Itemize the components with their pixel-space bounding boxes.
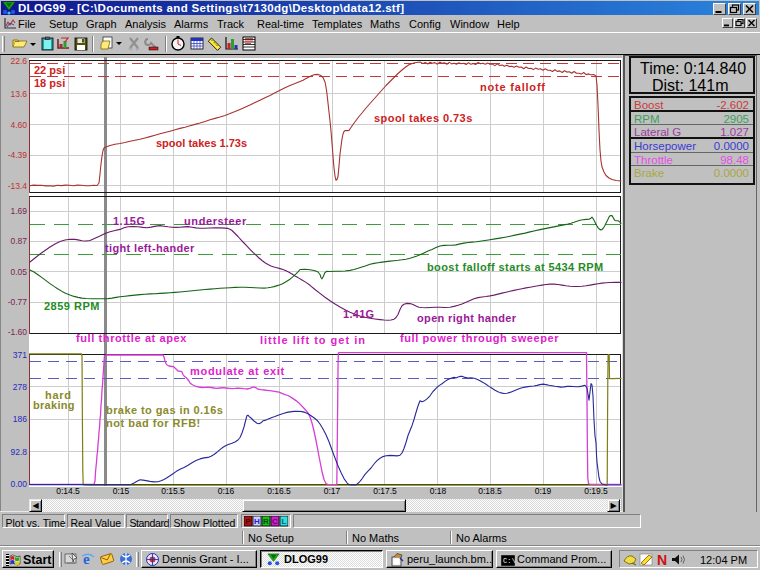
svg-text:H: H	[254, 517, 260, 526]
svg-text:C:\: C:\	[503, 557, 515, 565]
svg-text:N: N	[657, 552, 667, 567]
svg-text:R: R	[263, 517, 269, 526]
svg-text:e: e	[83, 551, 90, 567]
svg-text:P: P	[245, 517, 251, 526]
svg-text:C: C	[272, 517, 278, 526]
svg-text:L: L	[282, 517, 287, 526]
